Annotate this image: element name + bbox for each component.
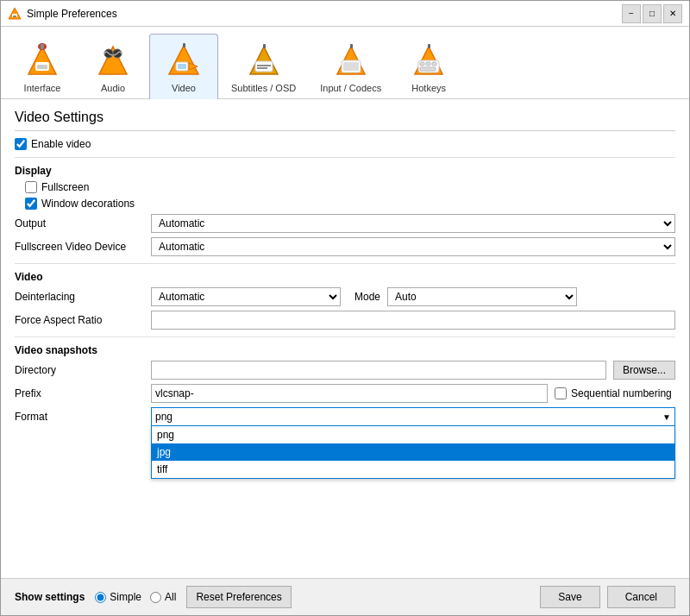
cancel-button[interactable]: Cancel xyxy=(607,586,675,608)
subtitles-icon xyxy=(243,40,285,81)
svg-rect-7 xyxy=(41,44,44,49)
content-area: Video Settings Enable video Display Full… xyxy=(1,99,689,578)
tab-subtitles-label: Subtitles / OSD xyxy=(231,83,296,93)
window-decorations-label: Window decorations xyxy=(41,198,135,210)
title-bar-controls: − □ ✕ xyxy=(622,4,682,23)
format-option-png-label: png xyxy=(157,429,174,441)
window-decorations-checkbox[interactable] xyxy=(25,198,37,210)
format-option-png[interactable]: png xyxy=(152,426,674,443)
svg-rect-2 xyxy=(13,16,16,17)
deinterlacing-label: Deinterlacing xyxy=(15,291,144,303)
svg-rect-33 xyxy=(420,67,436,71)
fullscreen-row: Fullscreen xyxy=(15,181,675,193)
save-button[interactable]: Save xyxy=(540,586,599,608)
radio-all[interactable] xyxy=(150,592,161,603)
format-row: Format png ▼ png jpg tiff xyxy=(15,407,675,426)
input-icon xyxy=(330,40,372,81)
tab-audio[interactable]: Audio xyxy=(78,34,147,98)
enable-video-label: Enable video xyxy=(31,138,91,150)
video-group-label: Video xyxy=(15,271,675,283)
svg-rect-25 xyxy=(343,62,359,71)
window-title: Simple Preferences xyxy=(27,8,117,20)
mode-select[interactable]: Auto Discard Blend Mean Bob Linear xyxy=(387,287,577,306)
close-button[interactable]: ✕ xyxy=(663,4,682,23)
enable-video-checkbox[interactable] xyxy=(15,138,27,150)
svg-rect-35 xyxy=(428,44,430,48)
format-select-display[interactable]: png ▼ xyxy=(151,407,675,426)
svg-rect-13 xyxy=(178,64,186,69)
fullscreen-device-select[interactable]: Automatic xyxy=(151,237,675,256)
format-label: Format xyxy=(15,411,144,423)
fullscreen-device-row: Fullscreen Video Device Automatic xyxy=(15,237,675,256)
sequential-numbering-label[interactable]: Sequential numbering xyxy=(555,387,675,399)
tab-hotkeys[interactable]: Hotkeys xyxy=(394,34,463,98)
tab-subtitles[interactable]: Subtitles / OSD xyxy=(220,34,307,98)
mode-label: Mode xyxy=(354,291,380,303)
enable-video-checkbox-label[interactable]: Enable video xyxy=(15,138,91,150)
radio-all-label[interactable]: All xyxy=(150,591,176,603)
maximize-button[interactable]: □ xyxy=(643,4,662,23)
prefix-row: Prefix Sequential numbering xyxy=(15,384,675,403)
svg-marker-0 xyxy=(9,8,21,19)
output-label: Output xyxy=(15,217,144,229)
deinterlacing-row: Deinterlacing Automatic On Off Mode Auto… xyxy=(15,287,675,306)
radio-simple[interactable] xyxy=(95,592,106,603)
enable-video-row: Enable video xyxy=(15,138,675,150)
hotkeys-icon xyxy=(408,40,449,81)
footer-right: Save Cancel xyxy=(540,586,675,608)
video-icon xyxy=(163,40,204,81)
video-snapshots-group-label: Video snapshots xyxy=(15,344,675,356)
prefix-input[interactable] xyxy=(151,384,548,403)
browse-button[interactable]: Browse... xyxy=(613,361,675,380)
output-row: Output Automatic DirectDraw OpenGL xyxy=(15,214,675,233)
svg-marker-8 xyxy=(99,47,127,74)
force-aspect-ratio-label: Force Aspect Ratio xyxy=(15,314,144,326)
fullscreen-label: Fullscreen xyxy=(41,181,89,193)
reset-preferences-button[interactable]: Reset Preferences xyxy=(186,586,291,608)
format-option-jpg[interactable]: jpg xyxy=(152,443,674,461)
svg-rect-18 xyxy=(255,61,273,72)
directory-row: Directory Browse... xyxy=(15,361,675,380)
tab-video[interactable]: Video xyxy=(149,34,218,99)
page-title: Video Settings xyxy=(15,110,675,131)
svg-rect-32 xyxy=(432,62,436,66)
output-select[interactable]: Automatic DirectDraw OpenGL xyxy=(151,214,675,233)
format-option-tiff-label: tiff xyxy=(157,463,167,475)
deinterlacing-select[interactable]: Automatic On Off xyxy=(151,287,341,306)
svg-rect-5 xyxy=(37,65,47,69)
radio-simple-text: Simple xyxy=(110,591,141,603)
display-group-label: Display xyxy=(15,165,675,177)
svg-rect-31 xyxy=(426,62,430,66)
nav-tabs: Interface Audio xyxy=(1,27,689,99)
radio-all-text: All xyxy=(165,591,176,603)
svg-rect-27 xyxy=(350,44,353,48)
radio-simple-label[interactable]: Simple xyxy=(95,591,141,603)
window-decorations-checkbox-label[interactable]: Window decorations xyxy=(25,198,135,210)
tab-input-label: Input / Codecs xyxy=(320,83,381,93)
svg-rect-30 xyxy=(420,62,424,66)
interface-icon xyxy=(22,40,63,81)
sequential-numbering-checkbox[interactable] xyxy=(555,387,567,399)
force-aspect-ratio-row: Force Aspect Ratio xyxy=(15,311,675,330)
tab-interface-label: Interface xyxy=(24,83,61,93)
force-aspect-ratio-input[interactable] xyxy=(151,311,675,330)
title-bar: Simple Preferences − □ ✕ xyxy=(1,1,689,27)
format-dropdown: png jpg tiff xyxy=(151,426,675,479)
fullscreen-checkbox[interactable] xyxy=(25,181,37,193)
directory-input[interactable] xyxy=(151,361,606,380)
window-decorations-row: Window decorations xyxy=(15,198,675,210)
minimize-button[interactable]: − xyxy=(622,4,641,23)
main-window: Simple Preferences − □ ✕ Interface xyxy=(0,0,690,616)
vlc-icon xyxy=(8,7,22,21)
tab-hotkeys-label: Hotkeys xyxy=(411,83,446,93)
tab-video-label: Video xyxy=(172,83,196,93)
format-container: png ▼ png jpg tiff xyxy=(151,407,675,426)
show-settings-radio-group: Simple All xyxy=(95,591,176,603)
tab-input[interactable]: Input / Codecs xyxy=(309,34,392,98)
fullscreen-checkbox-label[interactable]: Fullscreen xyxy=(25,181,89,193)
tab-interface[interactable]: Interface xyxy=(8,34,77,98)
format-option-jpg-label: jpg xyxy=(157,446,171,458)
format-option-tiff[interactable]: tiff xyxy=(152,461,674,478)
format-dropdown-arrow: ▼ xyxy=(662,412,671,422)
footer-left: Show settings Simple All Reset Preferenc… xyxy=(15,586,292,608)
